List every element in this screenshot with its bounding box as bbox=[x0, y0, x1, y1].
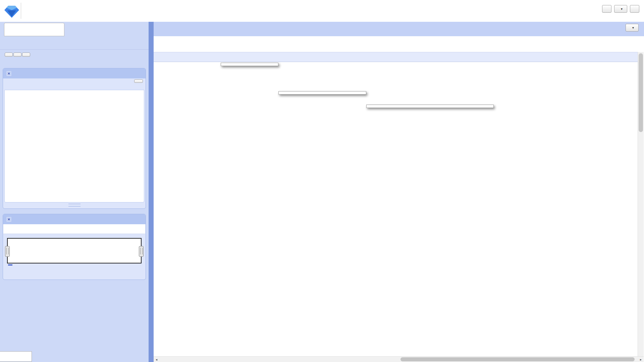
panel-divider bbox=[0, 49, 149, 50]
top-bar: ▾ bbox=[0, 0, 644, 22]
summary-bar: ▾ bbox=[154, 22, 644, 36]
facet-orden-range: ✕ bbox=[3, 214, 146, 280]
help-button[interactable] bbox=[630, 5, 639, 13]
range-histogram bbox=[7, 238, 142, 263]
horizontal-scrollbar-thumb[interactable] bbox=[400, 357, 635, 361]
openrefine-diamond-logo-icon bbox=[4, 3, 19, 19]
common-transforms-submenu bbox=[366, 105, 494, 108]
edit-cells-submenu bbox=[278, 91, 366, 95]
tab-facets-filters[interactable] bbox=[4, 23, 64, 36]
vertical-scrollbar[interactable] bbox=[638, 52, 644, 356]
facet-header: ✕ bbox=[3, 214, 146, 224]
scroll-left-icon[interactable]: ◂ bbox=[154, 357, 159, 362]
refresh-button[interactable] bbox=[5, 53, 13, 57]
close-facet-icon[interactable]: ✕ bbox=[6, 217, 11, 222]
open-button[interactable] bbox=[602, 5, 611, 13]
view-toolbar bbox=[154, 36, 644, 52]
dropdown-caret-icon: ▾ bbox=[632, 26, 634, 29]
vertical-scrollbar-thumb[interactable] bbox=[639, 53, 643, 132]
top-buttons: ▾ bbox=[602, 5, 639, 13]
logo-divider bbox=[21, 3, 21, 19]
facet-actions bbox=[5, 53, 30, 57]
data-table-area: ▾ ◂ bbox=[154, 22, 644, 362]
close-facet-icon[interactable]: ✕ bbox=[6, 71, 11, 76]
reset-all-button[interactable] bbox=[13, 53, 21, 57]
range-slider-tick bbox=[8, 264, 12, 265]
facets-panel: ✕ ✕ bbox=[0, 22, 149, 362]
export-button[interactable]: ▾ bbox=[614, 5, 627, 13]
column-dropdown-menu bbox=[221, 63, 278, 66]
facet-choices-list bbox=[4, 90, 144, 202]
table-header-row bbox=[154, 52, 638, 62]
facet-resize-handle[interactable] bbox=[68, 204, 80, 206]
scroll-right-icon[interactable]: ▸ bbox=[638, 357, 644, 362]
cluster-button[interactable] bbox=[134, 79, 143, 83]
remove-all-button[interactable] bbox=[22, 53, 30, 57]
wikidata-extension-button[interactable]: ▾ bbox=[626, 24, 639, 32]
facet-header: ✕ bbox=[3, 68, 146, 78]
facet-expression bbox=[3, 224, 145, 234]
horizontal-scrollbar[interactable]: ◂ ▸ bbox=[154, 356, 644, 362]
undo-redo bbox=[5, 39, 7, 45]
openrefine-app: ▾ ✕ bbox=[0, 0, 644, 362]
panel-main-divider[interactable] bbox=[149, 22, 154, 362]
range-slider bbox=[3, 234, 146, 267]
range-slider-right-handle[interactable] bbox=[139, 246, 144, 257]
status-bar bbox=[0, 351, 32, 362]
dropdown-caret-icon: ▾ bbox=[621, 7, 623, 11]
range-slider-left-handle[interactable] bbox=[5, 246, 10, 257]
facet-orden-list: ✕ bbox=[3, 68, 146, 209]
